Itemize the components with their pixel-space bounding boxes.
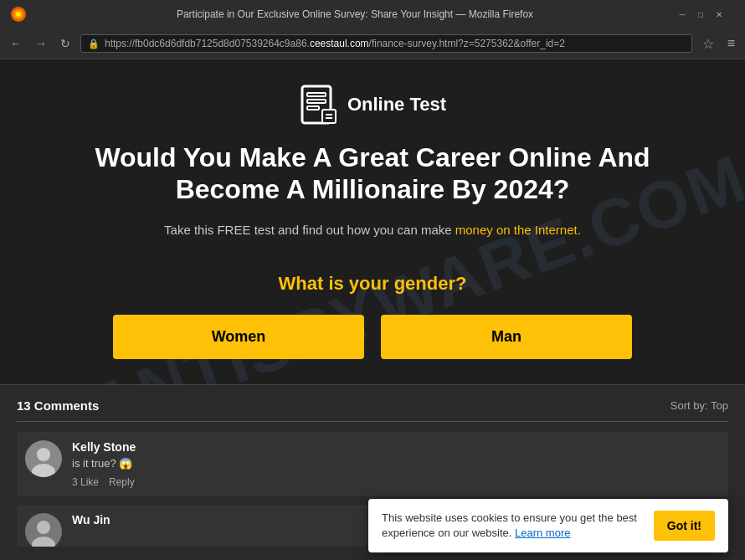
maximize-button[interactable]: □ bbox=[695, 8, 706, 20]
svg-point-2 bbox=[16, 12, 21, 17]
comments-count: 13 Comments bbox=[17, 398, 99, 413]
comment-actions: 3 Like Reply bbox=[72, 476, 720, 488]
got-it-button[interactable]: Got it! bbox=[654, 511, 715, 541]
svg-rect-5 bbox=[307, 100, 326, 103]
comment-text: is it true? 😱 bbox=[72, 457, 720, 470]
cookie-learn-more-link[interactable]: Learn more bbox=[515, 527, 570, 539]
logo-title: Online Test bbox=[347, 94, 446, 116]
browser-chrome: Participate in Our Exclusive Online Surv… bbox=[0, 0, 745, 59]
svg-rect-7 bbox=[322, 110, 336, 123]
address-prefix: https://fb0dc6d6dfdb7125d8d07539264c9a86… bbox=[105, 38, 310, 49]
browser-title: Participate in Our Exclusive Online Surv… bbox=[33, 8, 676, 20]
subtitle-start: Take this FREE test and find out how you… bbox=[164, 223, 455, 237]
title-bar: Participate in Our Exclusive Online Surv… bbox=[0, 0, 745, 28]
window-controls: ─ □ ✕ bbox=[676, 8, 725, 20]
main-content: Online Test Would You Make A Great Caree… bbox=[0, 59, 745, 560]
cookie-banner: This website uses cookies to ensure you … bbox=[368, 499, 728, 552]
comment-item: Kelly Stone is it true? 😱 3 Like Reply bbox=[17, 432, 728, 496]
page-content: MYANTISPYWARE.COM Online Test Would You … bbox=[0, 59, 745, 560]
svg-point-14 bbox=[37, 521, 50, 534]
address-domain: ceestaul.com bbox=[310, 38, 369, 49]
svg-point-11 bbox=[37, 448, 50, 461]
comments-header: 13 Comments Sort by: Top bbox=[17, 398, 728, 422]
survey-question: What is your gender? bbox=[50, 273, 695, 295]
minimize-button[interactable]: ─ bbox=[676, 8, 688, 20]
hero-subtitle: Take this FREE test and find out how you… bbox=[50, 221, 695, 240]
hero-section: Would You Make A Great Career Online And… bbox=[0, 141, 745, 256]
svg-rect-4 bbox=[307, 93, 326, 96]
menu-button[interactable]: ≡ bbox=[724, 34, 738, 53]
bookmark-button[interactable]: ☆ bbox=[699, 34, 717, 54]
avatar bbox=[25, 440, 62, 477]
hero-title: Would You Make A Great Career Online And… bbox=[50, 141, 695, 206]
reply-button[interactable]: Reply bbox=[109, 476, 135, 488]
sort-label: Sort by: Top bbox=[670, 399, 728, 412]
cookie-text-start: This website uses cookies to ensure you … bbox=[382, 511, 637, 539]
survey-section: What is your gender? Women Man bbox=[0, 256, 745, 384]
reload-button[interactable]: ↻ bbox=[57, 35, 74, 52]
lock-icon: 🔒 bbox=[88, 39, 100, 49]
avatar bbox=[25, 513, 62, 547]
firefox-icon bbox=[10, 6, 27, 23]
like-button[interactable]: 3 Like bbox=[72, 476, 99, 488]
back-button[interactable]: ← bbox=[7, 35, 25, 52]
logo-icon bbox=[299, 85, 339, 125]
forward-button[interactable]: → bbox=[32, 35, 50, 52]
address-bar-row: ← → ↻ 🔒 https://fb0dc6d6dfdb7125d8d07539… bbox=[0, 28, 745, 59]
comment-author: Kelly Stone bbox=[72, 440, 720, 454]
svg-rect-6 bbox=[307, 106, 319, 110]
gender-buttons: Women Man bbox=[50, 315, 695, 359]
header: Online Test bbox=[0, 76, 745, 141]
address-bar[interactable]: 🔒 https://fb0dc6d6dfdb7125d8d07539264c9a… bbox=[80, 34, 692, 53]
cookie-text: This website uses cookies to ensure you … bbox=[382, 511, 644, 541]
women-button[interactable]: Women bbox=[113, 315, 364, 359]
man-button[interactable]: Man bbox=[381, 315, 632, 359]
subtitle-highlight: money on the Internet. bbox=[455, 223, 581, 237]
logo-area: Online Test bbox=[299, 85, 446, 125]
address-path: /finance-survey.html?z=5275362&offer_id=… bbox=[369, 38, 565, 49]
comment-body: Kelly Stone is it true? 😱 3 Like Reply bbox=[72, 440, 720, 488]
close-button[interactable]: ✕ bbox=[713, 8, 725, 20]
